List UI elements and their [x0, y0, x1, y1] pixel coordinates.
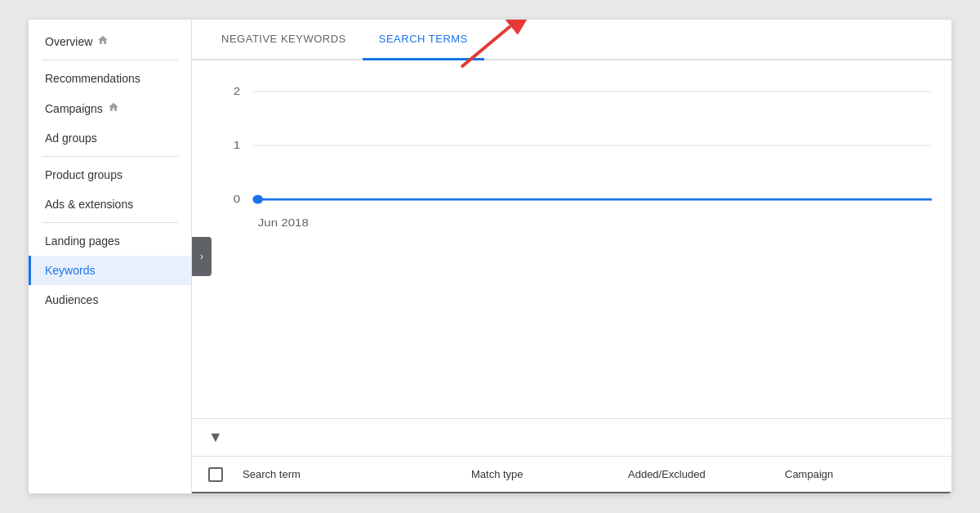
svg-text:2: 2 — [234, 85, 241, 97]
tab-search-terms[interactable]: SEARCH TERMS — [363, 20, 484, 60]
sidebar-item-label-ad-groups: Ad groups — [45, 132, 97, 145]
sidebar-divider — [42, 60, 178, 60]
chart-area: 2 1 0 Jun 2018 — [192, 60, 951, 418]
sidebar-item-recommendations[interactable]: Recommendations — [29, 64, 191, 93]
svg-text:1: 1 — [234, 139, 241, 151]
sidebar-item-audiences[interactable]: Audiences — [29, 285, 191, 314]
sidebar-item-label-recommendations: Recommendations — [45, 72, 140, 85]
table-col-added-excluded: Added/Excluded — [621, 457, 778, 492]
chart-svg: 2 1 0 Jun 2018 — [212, 74, 932, 253]
sidebar-divider — [42, 156, 178, 157]
sidebar-item-label-audiences: Audiences — [45, 293, 98, 306]
sidebar-item-label-keywords: Keywords — [45, 264, 95, 277]
sidebar-item-label-campaigns: Campaigns — [45, 102, 103, 115]
table-col-search-term: Search term — [236, 457, 465, 492]
sidebar-item-ads-extensions[interactable]: Ads & extensions — [29, 190, 191, 219]
filter-icon: ▼ — [208, 429, 223, 446]
main-content: NEGATIVE KEYWORDSSEARCH TERMS — [192, 20, 951, 493]
sidebar-item-label-landing-pages: Landing pages — [45, 234, 120, 248]
tabs-bar: NEGATIVE KEYWORDSSEARCH TERMS — [192, 20, 951, 60]
table-col-match-type: Match type — [465, 457, 621, 492]
sidebar-item-landing-pages[interactable]: Landing pages — [29, 226, 191, 256]
svg-text:Jun 2018: Jun 2018 — [258, 216, 309, 229]
sidebar-item-campaigns[interactable]: Campaigns — [29, 93, 191, 123]
sidebar-item-product-groups[interactable]: Product groups — [29, 160, 191, 190]
sidebar-item-label-ads-extensions: Ads & extensions — [45, 198, 133, 211]
sidebar-collapse-toggle[interactable]: › — [192, 237, 212, 276]
home-icon — [108, 101, 119, 115]
sidebar: OverviewRecommendationsCampaignsAd group… — [29, 20, 192, 493]
sidebar-item-label-overview: Overview — [45, 35, 92, 48]
filter-bar[interactable]: ▼ — [192, 418, 951, 457]
sidebar-item-ad-groups[interactable]: Ad groups — [29, 123, 191, 153]
tab-negative-keywords[interactable]: NEGATIVE KEYWORDS — [205, 20, 363, 60]
sidebar-item-overview[interactable]: Overview — [29, 26, 191, 56]
svg-text:0: 0 — [234, 193, 241, 205]
select-all-checkbox[interactable] — [208, 467, 223, 482]
sidebar-divider — [42, 222, 178, 223]
sidebar-item-keywords[interactable]: Keywords — [29, 256, 191, 285]
sidebar-item-label-product-groups: Product groups — [45, 168, 122, 181]
table-col-campaign: Campaign — [778, 457, 935, 492]
table-header: Search termMatch typeAdded/ExcludedCampa… — [192, 457, 951, 493]
home-icon — [97, 34, 109, 48]
